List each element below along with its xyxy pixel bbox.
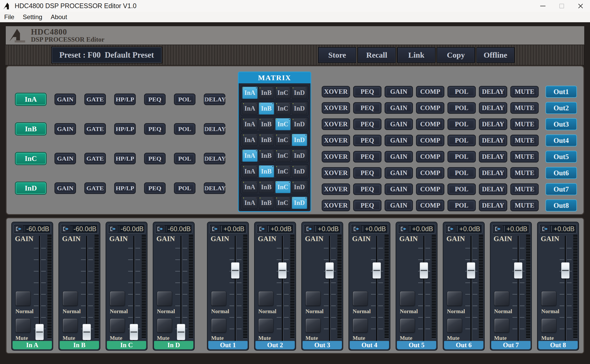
mute-button[interactable] xyxy=(400,318,415,333)
matrix-cell[interactable]: InB xyxy=(259,165,274,177)
output-fx-button[interactable]: GAIN xyxy=(385,167,413,179)
matrix-cell[interactable]: InA xyxy=(242,102,258,115)
channel-name[interactable]: In B xyxy=(60,341,99,349)
input-fx-button[interactable]: HP/LP xyxy=(114,153,136,164)
matrix-cell[interactable]: InD xyxy=(292,134,307,146)
output-fx-button[interactable]: GAIN xyxy=(385,102,413,114)
output-fx-button[interactable]: COMP xyxy=(416,86,444,97)
fader-handle[interactable] xyxy=(420,262,428,279)
mute-button[interactable] xyxy=(305,318,321,333)
mute-button[interactable] xyxy=(63,318,78,333)
matrix-cell[interactable]: InA xyxy=(242,134,258,146)
fader-handle[interactable] xyxy=(514,262,522,279)
output-fx-button[interactable]: COMP xyxy=(416,183,444,195)
mute-button[interactable] xyxy=(211,318,226,333)
matrix-cell[interactable]: InD xyxy=(292,165,307,177)
gain-value[interactable]: +0.0dB xyxy=(506,225,529,233)
output-fx-button[interactable]: COMP xyxy=(416,135,444,146)
io-button[interactable] xyxy=(493,225,503,232)
input-fx-button[interactable]: POL xyxy=(174,123,195,135)
fader-handle[interactable] xyxy=(231,262,239,279)
mute-button[interactable] xyxy=(157,318,172,333)
output-fx-button[interactable]: PEQ xyxy=(353,135,381,146)
matrix-cell[interactable]: InA xyxy=(242,197,258,209)
fader-handle[interactable] xyxy=(467,262,475,279)
matrix-cell[interactable]: InB xyxy=(259,102,274,115)
fader-handle[interactable] xyxy=(325,262,334,279)
output-fx-button[interactable]: POL xyxy=(447,86,476,97)
mute-button[interactable] xyxy=(15,318,31,333)
input-fx-button[interactable]: DELAY xyxy=(204,153,225,164)
toolbar-button[interactable]: Link xyxy=(397,47,435,63)
gain-value[interactable]: -60.0dB xyxy=(121,225,145,233)
matrix-cell[interactable]: InB xyxy=(259,197,274,209)
mute-button[interactable] xyxy=(110,318,125,333)
input-fx-button[interactable]: GAIN xyxy=(54,123,76,135)
input-fx-button[interactable]: GAIN xyxy=(54,182,76,194)
normal-button[interactable] xyxy=(541,291,556,306)
normal-button[interactable] xyxy=(211,291,226,306)
gain-value[interactable]: +0.0dB xyxy=(553,225,576,233)
toolbar-button[interactable]: Store xyxy=(318,47,356,63)
fader-track[interactable] xyxy=(282,236,283,342)
close-button[interactable] xyxy=(571,0,590,12)
input-fx-button[interactable]: GATE xyxy=(84,182,106,194)
minimize-button[interactable] xyxy=(533,0,552,12)
matrix-cell[interactable]: InC xyxy=(275,134,291,146)
output-fx-button[interactable]: MUTE xyxy=(510,118,539,130)
output-channel-button[interactable]: Out1 xyxy=(545,86,577,98)
output-fx-button[interactable]: PEQ xyxy=(353,200,381,211)
output-fx-button[interactable]: DELAY xyxy=(479,118,507,130)
input-fx-button[interactable]: GAIN xyxy=(54,153,76,164)
input-fx-button[interactable]: HP/LP xyxy=(114,182,136,194)
output-fx-button[interactable]: GAIN xyxy=(385,200,413,211)
mute-button[interactable] xyxy=(353,318,368,333)
output-fx-button[interactable]: GAIN xyxy=(385,151,413,162)
gain-value[interactable]: +0.0dB xyxy=(317,225,340,233)
gain-value[interactable]: +0.0dB xyxy=(364,225,387,233)
output-fx-button[interactable]: MUTE xyxy=(510,151,539,162)
matrix-cell[interactable]: InD xyxy=(292,150,307,162)
input-fx-button[interactable]: DELAY xyxy=(204,123,225,135)
matrix-cell[interactable]: InC xyxy=(275,150,291,162)
fader-track[interactable] xyxy=(423,236,424,342)
io-button[interactable] xyxy=(446,225,456,232)
fader-handle[interactable] xyxy=(130,324,138,340)
gain-value[interactable]: -60.0dB xyxy=(168,225,192,233)
output-fx-button[interactable]: XOVER xyxy=(322,167,350,179)
channel-name[interactable]: Out 5 xyxy=(397,341,436,349)
matrix-cell[interactable]: InC xyxy=(275,102,291,115)
output-fx-button[interactable]: XOVER xyxy=(322,135,350,146)
output-fx-button[interactable]: DELAY xyxy=(479,151,507,162)
output-fx-button[interactable]: MUTE xyxy=(510,86,539,97)
matrix-cell[interactable]: InA xyxy=(242,181,258,193)
mute-button[interactable] xyxy=(258,318,274,333)
normal-button[interactable] xyxy=(447,291,462,306)
io-button[interactable] xyxy=(210,225,220,232)
matrix-cell[interactable]: InC xyxy=(275,165,291,177)
gain-value[interactable]: +0.0dB xyxy=(270,225,293,233)
channel-name[interactable]: In A xyxy=(13,341,52,349)
matrix-cell[interactable]: InD xyxy=(292,118,307,130)
output-fx-button[interactable]: POL xyxy=(447,151,476,162)
output-channel-button[interactable]: Out8 xyxy=(545,199,577,211)
toolbar-button[interactable]: Offline xyxy=(476,47,515,63)
output-channel-button[interactable]: Out5 xyxy=(545,151,577,163)
input-fx-button[interactable]: POL xyxy=(174,153,195,164)
channel-name[interactable]: Out 1 xyxy=(208,341,248,349)
channel-name[interactable]: Out 6 xyxy=(444,341,483,349)
matrix-cell[interactable]: InA xyxy=(242,87,258,99)
output-fx-button[interactable]: COMP xyxy=(416,167,444,179)
fader-handle[interactable] xyxy=(278,262,287,279)
menu-item[interactable]: About xyxy=(46,12,71,22)
matrix-cell[interactable]: InA xyxy=(242,118,258,130)
output-fx-button[interactable]: GAIN xyxy=(385,183,413,195)
output-channel-button[interactable]: Out4 xyxy=(545,134,577,146)
output-fx-button[interactable]: XOVER xyxy=(322,183,350,195)
input-channel-button[interactable]: InB xyxy=(16,123,46,135)
output-fx-button[interactable]: MUTE xyxy=(510,167,539,179)
matrix-cell[interactable]: InC xyxy=(275,197,291,209)
output-fx-button[interactable]: GAIN xyxy=(385,118,413,130)
io-button[interactable] xyxy=(62,225,70,232)
input-fx-button[interactable]: PEQ xyxy=(144,153,166,164)
